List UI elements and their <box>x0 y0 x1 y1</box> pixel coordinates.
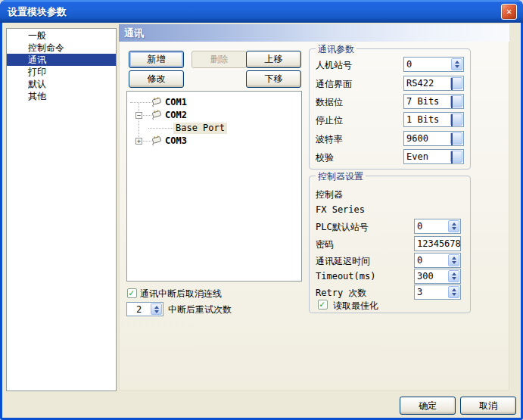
interface-label: 通信界面 <box>316 78 352 91</box>
panel-header: 通讯 <box>119 24 509 42</box>
stop-bits-label: 停止位 <box>316 114 343 127</box>
tree-guide-line <box>130 102 151 103</box>
cancel-button[interactable]: 取消 <box>460 397 516 415</box>
tree-item-com2[interactable]: COM2 <box>165 110 187 121</box>
collapse-icon[interactable]: − <box>135 112 142 119</box>
tree-item-com3[interactable]: COM3 <box>165 135 187 147</box>
spinner-arrows-icon[interactable] <box>151 303 162 315</box>
modify-button[interactable]: 修改 <box>129 70 184 88</box>
comm-delay-spinner[interactable]: 0 <box>414 253 461 268</box>
baud-rate-value: 9600 <box>406 132 428 145</box>
baud-rate-combobox[interactable]: 9600 <box>403 131 464 146</box>
category-list: 一般 控制命令 通讯 打印 默认 其他 <box>6 28 117 391</box>
delete-button: 删除 <box>191 51 247 68</box>
chevron-down-icon[interactable] <box>450 114 462 126</box>
data-bits-combobox[interactable]: 7 Bits <box>403 94 464 109</box>
hmi-station-spinner[interactable]: 0 <box>403 57 464 72</box>
comm-params-group-title: 通讯参数 <box>316 43 356 56</box>
tree-guide-line <box>139 102 139 142</box>
retry-count-value: 2 <box>136 303 142 316</box>
disconnect-on-interrupt-checkbox[interactable]: ✓ <box>127 288 137 298</box>
timeout-spinner[interactable]: 300 <box>414 269 461 284</box>
expand-icon[interactable]: + <box>135 138 142 145</box>
hmi-station-value: 0 <box>406 58 412 70</box>
dialog-window: 设置模块参数 ✕ 一般 控制命令 通讯 打印 默认 其他 通讯 新增 删除 上移… <box>0 0 523 420</box>
tree-item-base-port[interactable]: Base Port <box>173 123 227 134</box>
plc-station-label: PLC默认站号 <box>316 221 369 234</box>
spinner-arrows-icon[interactable] <box>448 254 459 266</box>
spinner-arrows-icon[interactable] <box>448 270 459 282</box>
retry-times-value: 3 <box>417 286 422 298</box>
stop-bits-combobox[interactable]: 1 Bits <box>403 112 464 127</box>
password-field[interactable]: 12345678 <box>414 236 461 251</box>
sidebar-item-control-command[interactable]: 控制命令 <box>7 42 116 54</box>
password-value: 12345678 <box>417 238 461 250</box>
panel-title: 通讯 <box>124 27 144 39</box>
comm-delay-label: 通讯延迟时间 <box>316 255 370 268</box>
disconnect-on-interrupt-label: 通讯中断后取消连线 <box>140 288 222 300</box>
sidebar-item-general[interactable]: 一般 <box>7 30 116 42</box>
controller-group-title: 控制器设置 <box>316 170 366 183</box>
serial-port-icon <box>151 135 163 146</box>
sidebar-item-other[interactable]: 其他 <box>7 90 116 102</box>
checkmark-icon: ✓ <box>319 299 325 310</box>
titlebar: 设置模块参数 ✕ <box>0 0 523 23</box>
sidebar-item-communication[interactable]: 通讯 <box>7 54 116 66</box>
timeout-value: 300 <box>417 270 434 282</box>
retry-count-spinner[interactable]: 2 <box>126 302 163 316</box>
retry-count-label: 中断后重试次数 <box>168 303 232 316</box>
com-port-tree: COM1 − COM2 Base Port + COM3 <box>126 91 302 282</box>
timeout-label: Timeout(ms) <box>316 271 375 282</box>
sidebar-item-print[interactable]: 打印 <box>7 66 116 78</box>
read-optimize-checkbox[interactable]: ✓ <box>318 300 328 310</box>
baud-rate-label: 波特率 <box>316 133 343 146</box>
parity-label: 校验 <box>316 151 334 164</box>
parity-value: Even <box>406 151 428 163</box>
chevron-down-icon[interactable] <box>450 95 462 107</box>
close-button[interactable]: ✕ <box>501 4 517 20</box>
plc-station-value: 0 <box>417 220 422 232</box>
spinner-arrows-icon[interactable] <box>448 220 459 232</box>
spinner-arrows-icon[interactable] <box>448 286 459 298</box>
move-down-button[interactable]: 下移 <box>246 70 301 88</box>
serial-port-icon <box>151 97 163 107</box>
controller-model: FX Series <box>316 204 365 215</box>
controller-sublabel: 控制器 <box>316 188 343 201</box>
data-bits-label: 数据位 <box>316 96 343 109</box>
close-icon: ✕ <box>506 6 512 17</box>
plc-station-spinner[interactable]: 0 <box>414 219 461 234</box>
tree-guide-line <box>148 128 173 129</box>
comm-delay-value: 0 <box>417 254 422 266</box>
retry-times-label: Retry 次数 <box>316 287 366 300</box>
interface-value: RS422 <box>406 77 434 89</box>
serial-port-icon <box>151 110 163 120</box>
data-bits-value: 7 Bits <box>406 95 439 107</box>
move-up-button[interactable]: 上移 <box>246 51 301 68</box>
stop-bits-value: 1 Bits <box>406 114 439 126</box>
sidebar-item-default[interactable]: 默认 <box>7 78 116 90</box>
chevron-down-icon[interactable] <box>450 132 462 145</box>
add-button[interactable]: 新增 <box>129 51 184 68</box>
checkmark-icon: ✓ <box>129 288 134 298</box>
hmi-station-label: 人机站号 <box>316 59 352 72</box>
retry-times-spinner[interactable]: 3 <box>414 285 461 300</box>
tree-item-com1[interactable]: COM1 <box>165 97 187 108</box>
password-label: 密码 <box>316 238 334 251</box>
window-title: 设置模块参数 <box>8 5 67 19</box>
spinner-arrows-icon[interactable] <box>451 58 462 70</box>
interface-combobox[interactable]: RS422 <box>403 76 464 91</box>
parity-combobox[interactable]: Even <box>403 149 464 164</box>
read-optimize-label: 读取最佳化 <box>333 300 378 313</box>
ok-button[interactable]: 确定 <box>400 397 456 415</box>
chevron-down-icon[interactable] <box>450 151 462 163</box>
chevron-down-icon[interactable] <box>450 77 462 89</box>
